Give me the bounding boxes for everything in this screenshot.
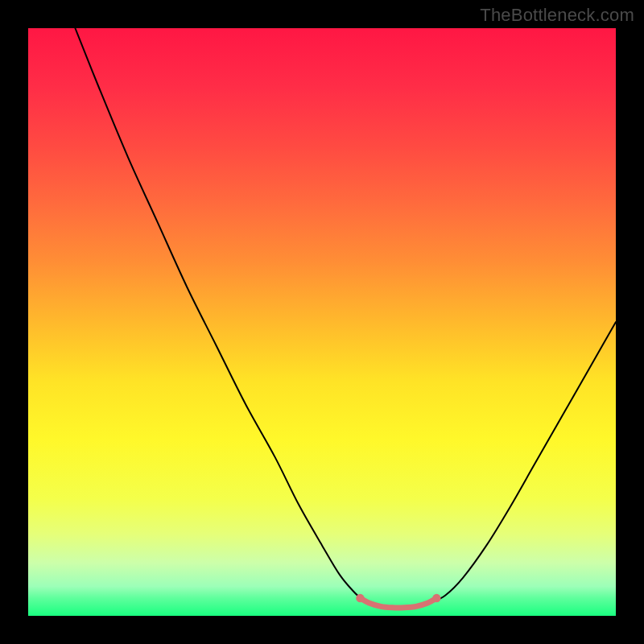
chart-container: TheBottleneck.com xyxy=(0,0,644,644)
optimal-band-endpoint xyxy=(432,594,441,603)
optimal-band-endpoint xyxy=(356,594,365,603)
plot-area xyxy=(28,28,616,616)
gradient-background xyxy=(28,28,616,616)
watermark-text: TheBottleneck.com xyxy=(480,5,634,26)
chart-svg xyxy=(28,28,616,616)
